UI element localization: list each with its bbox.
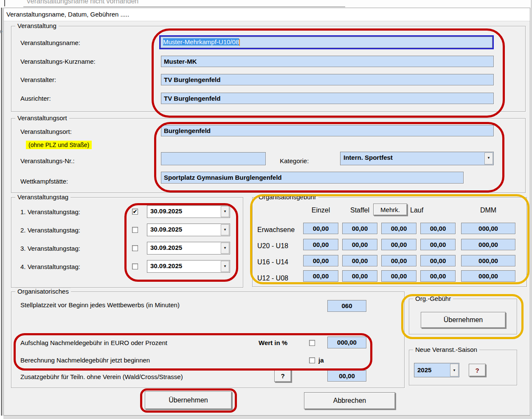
abbrechen-button[interactable]: Abbrechen <box>304 392 395 409</box>
tag2-label: 2. Veranstaltungstag: <box>20 226 80 234</box>
fee-input[interactable]: 00,00 <box>420 270 456 282</box>
veranstaltungsname-input[interactable]: Muster-Mehrkampf-U10/08 <box>159 35 494 49</box>
wettkampfstaette-label: Wettkampfstätte: <box>20 178 68 185</box>
col-mehrk-button[interactable]: Mehrk. <box>373 204 407 215</box>
ausrichter-label: Ausrichter: <box>20 95 51 102</box>
group-saison-legend: Neue Veranst.-Saison <box>413 346 479 353</box>
wert-in-prozent-label: Wert in % <box>259 339 287 346</box>
background-window-strip: Veranstaltungsname nicht vorhanden <box>0 0 532 8</box>
kategorie-select[interactable]: Intern. Sportfest ▼ <box>340 152 494 165</box>
veranstalter-input[interactable]: TV Burglengenfeld <box>161 74 494 85</box>
tag3-label: 3. Veranstaltungstag: <box>20 245 80 252</box>
group-veranstaltungsort-legend: Veranstaltungsort <box>15 114 69 122</box>
fee-input[interactable]: 00,00 <box>303 255 338 266</box>
fee-input[interactable]: 00,00 <box>342 255 377 266</box>
stellplatz-input[interactable]: 060 <box>327 300 366 312</box>
fee-input[interactable]: 000,00 <box>461 239 515 250</box>
nr-label: Veranstaltungs-Nr.: <box>20 157 75 164</box>
fee-input[interactable]: 00,00 <box>342 270 377 282</box>
dropdown-arrow-icon[interactable]: ▼ <box>221 206 229 217</box>
zusatzgebuehr-input[interactable]: 00,00 <box>327 370 366 382</box>
question-mark: ? <box>475 367 479 374</box>
dropdown-arrow-icon[interactable]: ▼ <box>221 224 229 235</box>
ja-label: ja <box>318 357 324 364</box>
background-underline <box>23 6 345 7</box>
col-lauf: Lauf <box>410 207 431 214</box>
nr-input[interactable] <box>161 152 266 165</box>
text-caret <box>239 39 240 46</box>
tag1-date-select[interactable]: 30.09.2025 ▼ <box>147 205 230 218</box>
veranstalter-label: Veranstalter: <box>20 76 56 83</box>
berechnung-checkbox[interactable] <box>309 357 315 363</box>
group-org-gebuehr-legend: Org.-Gebühr <box>413 295 453 302</box>
wettkampfstaette-input[interactable]: Sportplatz Gymnasium Burglengenfeld <box>161 172 464 184</box>
fee-input[interactable]: 00,00 <box>342 223 377 234</box>
fee-input[interactable]: 00,00 <box>381 239 417 250</box>
col-staffel: Staffel <box>342 207 377 214</box>
tag2-date-value: 30.09.2025 <box>150 226 182 233</box>
org-gebuehr-uebernehmen-button[interactable]: Übernehmen <box>421 312 506 328</box>
kategorie-value: Intern. Sportfest <box>343 154 393 161</box>
kurzname-label: Veranstaltungs-Kurzname: <box>20 58 96 65</box>
group-veranstaltungstag-legend: Veranstaltungstag <box>15 193 70 201</box>
tag2-checkbox[interactable] <box>132 227 138 233</box>
fee-input[interactable]: 00,00 <box>420 223 456 234</box>
background-window-fragment: e <box>0 28 3 34</box>
tag1-checkbox[interactable]: ✔ <box>132 209 138 215</box>
dropdown-arrow-icon[interactable]: ▼ <box>221 261 229 272</box>
row-u16-label: U16 - U14 <box>257 258 288 266</box>
zusatzgebuehr-label: Zusatzgebühr für Teiln. ohne Verein (Wal… <box>20 373 183 380</box>
tag2-date-select[interactable]: 30.09.2025 ▼ <box>147 224 230 236</box>
saison-help-button[interactable]: ? <box>469 364 486 377</box>
fee-input[interactable]: 000,00 <box>461 270 515 282</box>
background-window-left-sliver: e <box>0 8 3 416</box>
fee-input[interactable]: 00,00 <box>381 223 417 234</box>
ort-input[interactable]: Burglengenfeld <box>161 125 494 136</box>
col-einzel: Einzel <box>303 207 338 214</box>
fee-input[interactable]: 00,00 <box>303 239 338 250</box>
ort-note-highlight: (ohne PLZ und Straße) <box>26 141 92 149</box>
fee-input[interactable]: 00,00 <box>381 255 417 266</box>
background-bottom-sliver <box>3 416 532 419</box>
dropdown-arrow-icon[interactable]: ▼ <box>221 243 229 254</box>
fee-input[interactable]: 00,00 <box>420 255 456 266</box>
fee-input[interactable]: 00,00 <box>303 270 338 282</box>
ausrichter-input[interactable]: TV Burglengenfeld <box>161 93 494 104</box>
kurzname-input[interactable]: Muster-MK <box>161 56 494 67</box>
row-u12-label: U12 - U08 <box>257 275 288 282</box>
selected-text: Muster-Mehrkampf-U10/08 <box>163 38 239 45</box>
wert-in-prozent-checkbox[interactable] <box>309 340 315 346</box>
fee-input[interactable]: 00,00 <box>303 223 338 234</box>
tag3-checkbox[interactable] <box>132 245 138 251</box>
dialog-titlebar[interactable]: Veranstaltungsname, Datum, Gebühren ....… <box>4 8 530 21</box>
tag4-date-value: 30.09.2025 <box>150 262 182 269</box>
fee-input[interactable]: 000,00 <box>461 255 515 266</box>
group-organisatorisches-legend: Organisatorisches <box>15 288 71 295</box>
fee-input[interactable]: 00,00 <box>381 270 417 282</box>
screen: Veranstaltungsname nicht vorhanden e Ver… <box>0 0 532 419</box>
saison-select[interactable]: 2025 ▼ <box>414 363 459 377</box>
zusatzgebuehr-help-button[interactable]: ? <box>274 370 291 382</box>
ort-label: Veranstaltungsort: <box>20 128 72 135</box>
fee-input[interactable]: 00,00 <box>342 239 377 250</box>
background-window-border <box>1 8 2 416</box>
tag3-date-select[interactable]: 30.09.2025 ▼ <box>147 242 230 255</box>
tag4-label: 4. Veranstaltungstag: <box>20 263 80 270</box>
background-edge-mark <box>4 0 5 6</box>
background-window-text: Veranstaltungsname nicht vorhanden <box>26 0 138 5</box>
row-erwachsene-label: Erwachsene <box>257 226 295 234</box>
dropdown-arrow-icon[interactable]: ▼ <box>484 153 493 164</box>
tag3-date-value: 30.09.2025 <box>150 244 182 251</box>
fee-input[interactable]: 000,00 <box>461 223 515 234</box>
aufschlag-label: Aufschlag Nachmeldegebühr in EURO oder P… <box>20 339 167 346</box>
tag4-checkbox[interactable] <box>132 263 138 269</box>
berechnung-label: Berechnung Nachmeldegebühr jetzt beginne… <box>20 357 150 364</box>
tag4-date-select[interactable]: 30.09.2025 ▼ <box>147 260 230 273</box>
aufschlag-input[interactable]: 000,00 <box>327 337 366 348</box>
col-dmm: DMM <box>461 207 515 214</box>
dropdown-arrow-icon[interactable]: ▼ <box>450 364 459 377</box>
uebernehmen-button[interactable]: Übernehmen <box>145 391 232 409</box>
dialog-window: Veranstaltungsname, Datum, Gebühren ....… <box>3 8 530 416</box>
fee-input[interactable]: 00,00 <box>420 239 456 250</box>
dialog-title: Veranstaltungsname, Datum, Gebühren ....… <box>6 11 129 18</box>
